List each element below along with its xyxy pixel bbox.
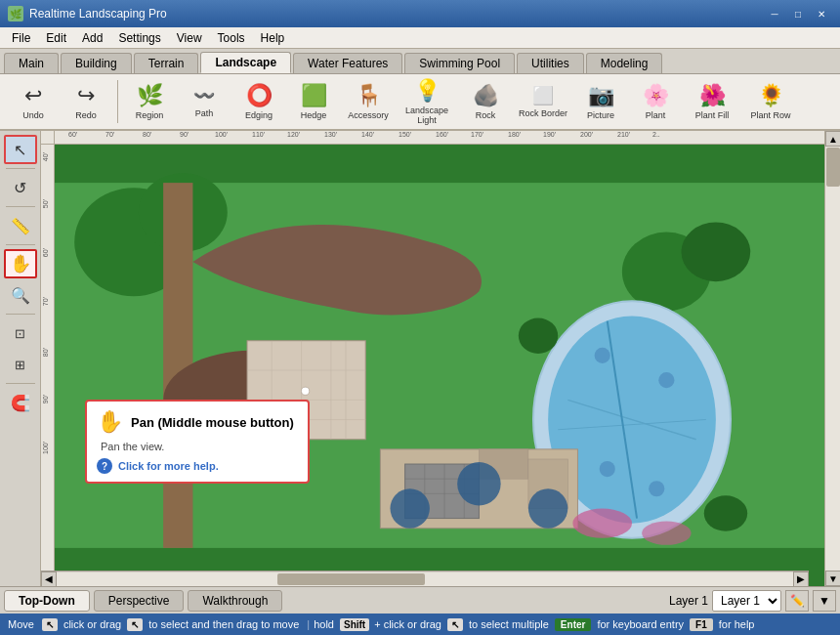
svg-point-35	[390, 488, 429, 528]
maximize-button[interactable]: □	[787, 5, 809, 22]
svg-point-39	[642, 522, 692, 545]
tab-modeling[interactable]: Modeling	[586, 53, 663, 73]
svg-point-23	[658, 372, 674, 388]
garden-view[interactable]	[55, 145, 824, 586]
scroll-down-arrow[interactable]: ▼	[825, 571, 840, 586]
tooltip-help-link[interactable]: ? Click for more help.	[97, 458, 298, 474]
accessory-label: Accessory	[348, 110, 389, 120]
ruler-h-content: 60' 70' 80' 90' 100' 110' 120' 130' 140'…	[55, 131, 824, 144]
plant-tool[interactable]: 🌸 Plant	[630, 76, 681, 127]
plant-row-tool[interactable]: 🌻 Plant Row	[743, 76, 798, 127]
status-sep: |	[307, 618, 310, 630]
layer-label: Layer 1	[669, 594, 708, 608]
v-scroll-track[interactable]	[825, 147, 840, 571]
app-icon: 🌿	[8, 6, 23, 21]
pan-hand-icon: ✋	[97, 409, 123, 435]
tab-top-down[interactable]: Top-Down	[4, 590, 90, 612]
status-inst6: for help	[715, 618, 755, 630]
tab-water-features[interactable]: Water Features	[293, 53, 402, 73]
svg-point-22	[595, 348, 610, 363]
zoom-region-button[interactable]: ⊞	[4, 350, 37, 379]
vertical-scrollbar[interactable]: ▲ ▼	[824, 131, 840, 586]
horizontal-scrollbar[interactable]: ◀ ▶	[41, 571, 809, 586]
layer-select[interactable]: Layer 1 Layer 2 Layer 3	[712, 590, 781, 612]
menu-view[interactable]: View	[169, 29, 210, 47]
enter-key: Enter	[555, 618, 592, 631]
tab-perspective[interactable]: Perspective	[94, 590, 185, 612]
menu-tools[interactable]: Tools	[210, 29, 253, 47]
tooltip-help-text: Click for more help.	[118, 460, 219, 472]
canvas-area[interactable]: 60' 70' 80' 90' 100' 110' 120' 130' 140'…	[41, 131, 824, 586]
plant-icon: 🌸	[643, 83, 669, 108]
plant-row-icon: 🌻	[758, 83, 784, 108]
main-layout: ↖ ↺ 📏 ✋ 🔍 ⊡ ⊞ 🧲 60' 70' 80' 90' 100' 110…	[0, 131, 840, 586]
bottom-right-controls: Layer 1 Layer 1 Layer 2 Layer 3 ✏️ ▼	[669, 590, 836, 612]
undo-redo-group: ↩ Undo ↪ Redo	[8, 76, 111, 127]
measure-tool-button[interactable]: 📏	[4, 211, 37, 240]
svg-rect-3	[163, 183, 192, 548]
zoom-in-button[interactable]: 🔍	[4, 280, 37, 310]
tab-swimming-pool[interactable]: Swimming Pool	[404, 53, 515, 73]
tab-terrain[interactable]: Terrain	[134, 53, 199, 73]
region-tool[interactable]: 🌿 Region	[124, 76, 175, 127]
status-inst3: click or drag	[384, 618, 445, 630]
layer-menu-button[interactable]: ▼	[813, 590, 836, 612]
svg-point-36	[457, 462, 500, 505]
hedge-tool[interactable]: 🟩 Hedge	[288, 76, 339, 127]
svg-point-38	[572, 508, 632, 537]
pan-tool-button[interactable]: ✋	[4, 249, 37, 278]
plant-row-label: Plant Row	[750, 110, 790, 120]
app-title: Realtime Landscaping Pro	[29, 7, 764, 21]
redo-button[interactable]: ↪ Redo	[61, 76, 111, 127]
scroll-up-arrow[interactable]: ▲	[825, 131, 840, 147]
picture-tool[interactable]: 📷 Picture	[575, 76, 626, 127]
window-controls: ─ □ ✕	[764, 5, 832, 22]
redo-label: Redo	[75, 110, 97, 120]
tab-utilities[interactable]: Utilities	[517, 53, 584, 73]
rotate-tool-button[interactable]: ↺	[4, 173, 37, 202]
status-hold: hold	[314, 618, 338, 630]
tooltip-title: Pan (Middle mouse button)	[131, 415, 294, 430]
tab-main[interactable]: Main	[4, 53, 59, 73]
picture-icon: 📷	[588, 83, 614, 108]
scroll-right-arrow[interactable]: ▶	[793, 572, 809, 587]
edging-tool[interactable]: ⭕ Edging	[233, 76, 284, 127]
scroll-left-arrow[interactable]: ◀	[41, 572, 57, 587]
accessory-tool[interactable]: 🪑 Accessory	[343, 76, 394, 127]
f1-key: F1	[690, 618, 713, 631]
h-scroll-thumb[interactable]	[277, 573, 425, 585]
rock-label: Rock	[476, 110, 496, 120]
snap-button[interactable]: 🧲	[4, 388, 37, 417]
rock-border-icon: ⬜	[532, 85, 554, 106]
menu-file[interactable]: File	[4, 29, 38, 47]
toolbar: ↩ Undo ↪ Redo 🌿 Region 〰️ Path ⭕ Edging …	[0, 74, 840, 131]
minimize-button[interactable]: ─	[764, 5, 785, 22]
status-inst5: for keyboard entry	[593, 618, 688, 630]
plant-fill-tool[interactable]: 🌺 Plant Fill	[685, 76, 739, 127]
rock-border-tool[interactable]: ⬜ Rock Border	[515, 76, 571, 127]
rock-tool[interactable]: 🪨 Rock	[460, 76, 511, 127]
zoom-fit-button[interactable]: ⊡	[4, 318, 37, 348]
menu-edit[interactable]: Edit	[38, 29, 74, 47]
menu-add[interactable]: Add	[74, 29, 110, 47]
cursor-icon: ↖	[42, 618, 58, 631]
select-tool-button[interactable]: ↖	[4, 135, 37, 164]
layer-edit-button[interactable]: ✏️	[785, 590, 809, 612]
picture-label: Picture	[587, 110, 614, 120]
tab-walkthrough[interactable]: Walkthrough	[188, 590, 282, 612]
tab-landscape[interactable]: Landscape	[200, 52, 291, 73]
rock-icon: 🪨	[473, 83, 499, 108]
svg-point-16	[682, 223, 751, 282]
h-scroll-track[interactable]	[57, 572, 793, 586]
close-button[interactable]: ✕	[811, 5, 832, 22]
landscape-light-tool[interactable]: 💡 Landscape Light	[398, 76, 456, 127]
path-tool[interactable]: 〰️ Path	[179, 76, 230, 127]
tab-building[interactable]: Building	[61, 53, 132, 73]
undo-button[interactable]: ↩ Undo	[8, 76, 59, 127]
toolbar-separator-1	[117, 80, 118, 123]
nav-tabbar: Main Building Terrain Landscape Water Fe…	[0, 49, 840, 74]
menu-help[interactable]: Help	[253, 29, 293, 47]
v-scroll-thumb[interactable]	[826, 148, 840, 187]
menu-settings[interactable]: Settings	[110, 29, 168, 47]
left-toolbar: ↖ ↺ 📏 ✋ 🔍 ⊡ ⊞ 🧲	[0, 131, 41, 586]
